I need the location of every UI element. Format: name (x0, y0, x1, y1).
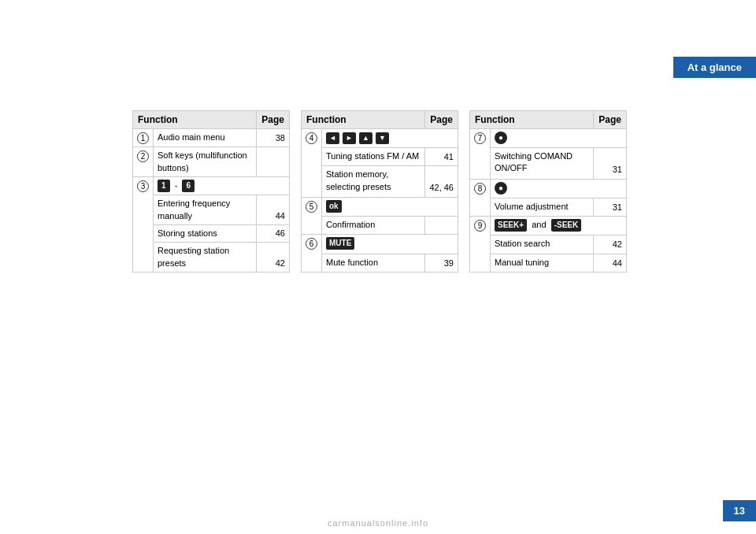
table-row: Tuning stations FM / AM 41 (302, 147, 458, 165)
table-row: Entering frequency manually 44 (133, 195, 290, 225)
table-row: Storing stations 46 (133, 224, 290, 242)
table-row: 9 SEEK+ and -SEEK (470, 217, 627, 235)
row-tuning-text: Tuning stations FM / AM (322, 147, 425, 165)
table-2: Function Page 4 ◄ ► ▲ ▼ Tuning stations … (301, 110, 458, 273)
table-row: 5 ok (302, 197, 458, 216)
row-text-2: Soft keys (multifunction buttons) (154, 147, 257, 177)
arrow-up-btn: ▲ (359, 132, 372, 144)
table2-function-header: Function (302, 111, 425, 129)
row-tuning-page: 41 (425, 147, 458, 165)
table-row: Station search 42 (470, 235, 627, 254)
comand-power-btn: ● (495, 132, 507, 144)
row-num-6: 6 (302, 235, 322, 273)
watermark: carmanualsonline.info (328, 518, 428, 528)
table-row: Mute function 39 (302, 254, 458, 273)
table2-page-header: Page (425, 111, 458, 129)
table-row: Manual tuning 44 (470, 254, 627, 272)
table-row: Volume adjustment 31 (470, 198, 627, 216)
table-row: 8 ● (470, 179, 627, 198)
row-num-4: 4 (302, 129, 322, 198)
table-row: 1 Audio main menu 38 (133, 129, 290, 147)
seek-back-btn: -SEEK (551, 219, 582, 232)
row-num-1: 1 (133, 129, 154, 147)
tables-container: Function Page 1 Audio main menu 38 2 Sof… (132, 110, 627, 273)
row-volume-text: Volume adjustment (491, 198, 594, 216)
row-storing-text: Storing stations (154, 224, 257, 242)
table-row: Confirmation (302, 216, 458, 234)
mute-btn: MUTE (326, 237, 354, 250)
row-mute-icon: MUTE (322, 235, 458, 254)
table-row: 7 ● (470, 129, 627, 148)
row-text-1: Audio main menu (154, 129, 257, 147)
row-entering-page: 44 (257, 195, 290, 225)
row-switch-text: Switching COMAND ON/OFF (491, 148, 594, 180)
row-station-search-text: Station search (491, 235, 594, 254)
seek-forward-btn: SEEK+ (495, 219, 527, 232)
table-row: 6 MUTE (302, 235, 458, 254)
arrow-right-btn: ► (343, 132, 356, 144)
row-manual-tuning-page: 44 (594, 254, 627, 272)
row-station-search-page: 42 (594, 235, 627, 254)
row-volume-icon: ● (491, 179, 627, 198)
row-page-1: 38 (257, 129, 290, 147)
row-mute-page: 39 (425, 254, 458, 273)
row-icon-3: 1 - 6 (154, 177, 290, 195)
table1-page-header: Page (257, 111, 290, 129)
row-confirm-text: Confirmation (322, 216, 425, 234)
row-station-text: Station memory, selecting presets (322, 166, 425, 198)
table-row: 4 ◄ ► ▲ ▼ (302, 129, 458, 148)
row-num-5: 5 (302, 197, 322, 235)
arrow-down-btn: ▼ (376, 132, 389, 144)
row-requesting-page: 42 (257, 243, 290, 273)
table-3: Function Page 7 ● Switching COMAND ON/OF… (469, 110, 627, 273)
icon-6-btn: 6 (182, 180, 195, 192)
row-comand-icon: ● (491, 129, 627, 148)
at-a-glance-label: At a glance (673, 57, 756, 78)
table3-function-header: Function (470, 111, 594, 129)
table-1: Function Page 1 Audio main menu 38 2 Sof… (132, 110, 290, 273)
row-ok-icon: ok (322, 197, 458, 216)
table-row: Switching COMAND ON/OFF 31 (470, 148, 627, 180)
row-num-9: 9 (470, 217, 491, 273)
row-num-8: 8 (470, 179, 491, 217)
row-num-7: 7 (470, 129, 491, 180)
row-num-2: 2 (133, 147, 154, 177)
icon-1-btn: 1 (158, 180, 170, 192)
table-row: Station memory, selecting presets 42, 46 (302, 166, 458, 198)
table1-function-header: Function (133, 111, 257, 129)
arrow-left-btn: ◄ (326, 132, 339, 144)
row-manual-tuning-text: Manual tuning (491, 254, 594, 272)
row-entering-text: Entering frequency manually (154, 195, 257, 225)
page-number: 13 (723, 500, 756, 521)
row-mute-text: Mute function (322, 254, 425, 273)
row-volume-page: 31 (594, 198, 627, 216)
row-num-3: 3 (133, 177, 154, 273)
ok-btn: ok (326, 200, 342, 213)
row-page-2 (257, 147, 290, 177)
row-requesting-text: Requesting station presets (154, 243, 257, 273)
row-seek-icons: SEEK+ and -SEEK (491, 217, 627, 235)
row-storing-page: 46 (257, 224, 290, 242)
row-confirm-page (425, 216, 458, 234)
volume-btn: ● (495, 182, 507, 195)
row-arrow-icons: ◄ ► ▲ ▼ (322, 129, 458, 148)
table3-page-header: Page (594, 111, 627, 129)
table-row: 3 1 - 6 (133, 177, 290, 195)
row-switch-page: 31 (594, 148, 627, 180)
row-station-page: 42, 46 (425, 166, 458, 198)
table-row: 2 Soft keys (multifunction buttons) (133, 147, 290, 177)
table-row: Requesting station presets 42 (133, 243, 290, 273)
